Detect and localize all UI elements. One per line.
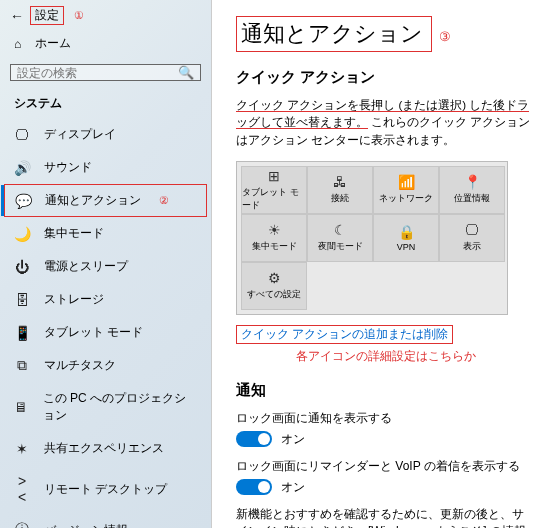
home-icon: ⌂ — [14, 37, 21, 51]
quick-actions-grid: ⊞タブレット モード🖧接続📶ネットワーク📍位置情報☀集中モード☾夜間モード🔒VP… — [236, 161, 508, 315]
toggle-label-2: ロック画面にリマインダーと VoIP の着信を表示する — [236, 458, 534, 475]
tile-label: ネットワーク — [379, 192, 433, 205]
sidebar-item-icon: 🗄 — [14, 292, 30, 308]
tile-icon: ⊞ — [268, 168, 280, 184]
quick-action-tile-3[interactable]: 📍位置情報 — [439, 166, 505, 214]
sidebar-item-1[interactable]: 🔊サウンド — [0, 151, 211, 184]
sidebar-item-0[interactable]: 🖵ディスプレイ — [0, 118, 211, 151]
sidebar-item-8[interactable]: 🖥この PC へのプロジェクション — [0, 382, 211, 432]
back-button[interactable]: ← — [10, 8, 24, 24]
quick-action-tile-7[interactable]: 🖵表示 — [439, 214, 505, 262]
toggle-lockscreen-voip: ロック画面にリマインダーと VoIP の着信を表示する オン — [236, 458, 534, 496]
toggle-label-1: ロック画面に通知を表示する — [236, 410, 534, 427]
sidebar: ← 設定 ① ⌂ ホーム 🔍 システム 🖵ディスプレイ🔊サウンド💬通知とアクショ… — [0, 0, 212, 528]
toggle-switch-2[interactable] — [236, 479, 272, 495]
sidebar-item-label: 共有エクスペリエンス — [44, 440, 164, 457]
tile-label: 集中モード — [252, 240, 297, 253]
sidebar-item-icon: 🖥 — [14, 399, 29, 415]
app-title: 設定 — [35, 7, 59, 24]
sidebar-item-11[interactable]: ⓘバージョン情報 — [0, 513, 211, 528]
sidebar-item-label: 電源とスリープ — [44, 258, 128, 275]
sidebar-item-label: サウンド — [44, 159, 92, 176]
tile-icon: 📍 — [464, 174, 481, 190]
tile-label: 接続 — [331, 192, 349, 205]
page-title: 通知とアクション — [236, 16, 432, 52]
sidebar-item-3[interactable]: 🌙集中モード — [0, 217, 211, 250]
red-annotation-note: 各アイコンの詳細設定はこちらか — [236, 348, 534, 365]
sidebar-item-2[interactable]: 💬通知とアクション② — [4, 184, 207, 217]
tile-label: すべての設定 — [247, 288, 301, 301]
quick-action-tile-4[interactable]: ☀集中モード — [241, 214, 307, 262]
toggle-state-1: オン — [281, 431, 305, 448]
toggle-welcome-info: 新機能とおすすめを確認するために、更新の後と、サインイン時にときどき、[Wind… — [236, 506, 534, 528]
sidebar-item-label: マルチタスク — [44, 357, 116, 374]
sidebar-item-7[interactable]: ⧉マルチタスク — [0, 349, 211, 382]
sidebar-item-9[interactable]: ✶共有エクスペリエンス — [0, 432, 211, 465]
toggle-state-2: オン — [281, 479, 305, 496]
tile-label: タブレット モード — [242, 186, 306, 212]
sidebar-item-icon: ✶ — [14, 441, 30, 457]
search-input[interactable] — [17, 66, 178, 80]
tile-icon: ⚙ — [268, 270, 281, 286]
annotation-1: ① — [74, 9, 84, 22]
sidebar-item-label: バージョン情報 — [44, 522, 128, 529]
sidebar-item-icon: 💬 — [15, 193, 31, 209]
quick-action-tile-0[interactable]: ⊞タブレット モード — [241, 166, 307, 214]
sidebar-item-home[interactable]: ⌂ ホーム — [0, 29, 211, 58]
quick-actions-header: クイック アクション — [236, 68, 534, 87]
tile-label: VPN — [397, 242, 416, 252]
search-icon: 🔍 — [178, 65, 194, 80]
toggle-label-3: 新機能とおすすめを確認するために、更新の後と、サインイン時にときどき、[Wind… — [236, 506, 534, 528]
tile-icon: 🖵 — [465, 222, 479, 238]
tile-icon: 📶 — [398, 174, 415, 190]
sidebar-item-label: リモート デスクトップ — [44, 481, 167, 498]
content-pane: 通知とアクション ③ クイック アクション クイック アクションを長押し (また… — [212, 0, 550, 528]
sidebar-item-label: タブレット モード — [44, 324, 143, 341]
sidebar-item-icon: >< — [14, 473, 30, 505]
sidebar-item-label: この PC へのプロジェクション — [43, 390, 197, 424]
sidebar-section-label: システム — [0, 91, 211, 118]
sidebar-item-icon: 🌙 — [14, 226, 30, 242]
sidebar-item-label: 集中モード — [44, 225, 104, 242]
tile-icon: ☀ — [268, 222, 281, 238]
app-title-box: 設定 — [30, 6, 64, 25]
annotation-3: ③ — [439, 29, 451, 44]
tile-label: 表示 — [463, 240, 481, 253]
toggle-lockscreen-notif: ロック画面に通知を表示する オン — [236, 410, 534, 448]
sidebar-item-label: ストレージ — [44, 291, 104, 308]
search-box[interactable]: 🔍 — [10, 64, 201, 81]
tile-icon: ☾ — [334, 222, 347, 238]
quick-action-tile-1[interactable]: 🖧接続 — [307, 166, 373, 214]
sidebar-item-4[interactable]: ⏻電源とスリープ — [0, 250, 211, 283]
quick-actions-blurb: クイック アクションを長押し (または選択) した後ドラッグして並べ替えます。 … — [236, 97, 534, 149]
sidebar-item-5[interactable]: 🗄ストレージ — [0, 283, 211, 316]
sidebar-item-icon: 🔊 — [14, 160, 30, 176]
sidebar-item-6[interactable]: 📱タブレット モード — [0, 316, 211, 349]
sidebar-item-icon: ⓘ — [14, 521, 30, 528]
quick-action-tile-5[interactable]: ☾夜間モード — [307, 214, 373, 262]
sidebar-item-label: 通知とアクション — [45, 192, 141, 209]
tile-icon: 🖧 — [333, 174, 347, 190]
sidebar-item-10[interactable]: ><リモート デスクトップ — [0, 465, 211, 513]
quick-action-tile-8[interactable]: ⚙すべての設定 — [241, 262, 307, 310]
sidebar-item-label: ディスプレイ — [44, 126, 116, 143]
add-remove-quick-actions-link[interactable]: クイック アクションの追加または削除 — [236, 325, 453, 344]
sidebar-item-icon: 📱 — [14, 325, 30, 341]
sidebar-item-icon: 🖵 — [14, 127, 30, 143]
home-label: ホーム — [35, 35, 71, 52]
tile-label: 夜間モード — [318, 240, 363, 253]
annotation-2: ② — [159, 194, 169, 207]
notifications-header: 通知 — [236, 381, 534, 400]
quick-action-tile-6[interactable]: 🔒VPN — [373, 214, 439, 262]
quick-action-tile-2[interactable]: 📶ネットワーク — [373, 166, 439, 214]
tile-label: 位置情報 — [454, 192, 490, 205]
sidebar-item-icon: ⧉ — [14, 357, 30, 374]
toggle-switch-1[interactable] — [236, 431, 272, 447]
tile-icon: 🔒 — [398, 224, 415, 240]
sidebar-item-icon: ⏻ — [14, 259, 30, 275]
